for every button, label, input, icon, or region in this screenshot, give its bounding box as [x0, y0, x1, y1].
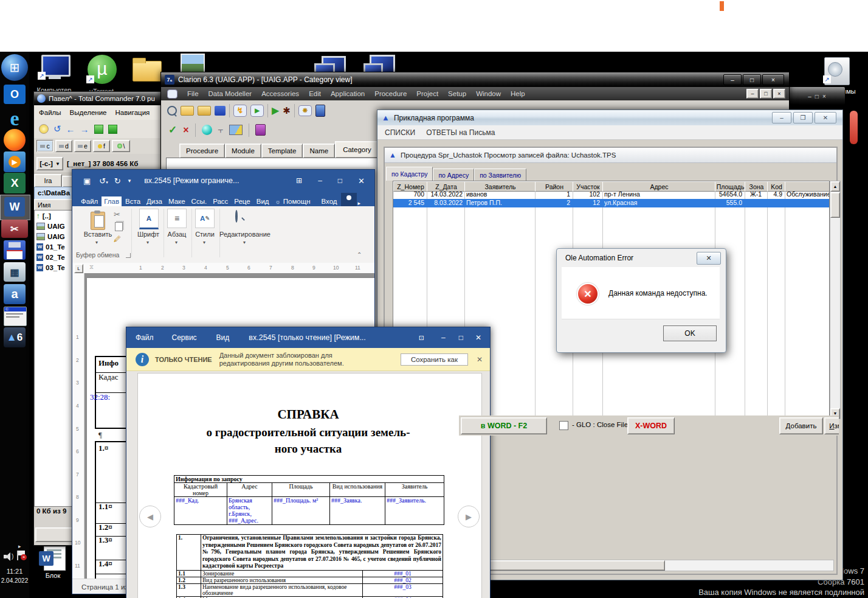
editing-label[interactable]: Редактирование: [217, 231, 273, 238]
copy-icon[interactable]: [115, 222, 123, 231]
save-icon[interactable]: ▣: [83, 176, 91, 186]
tc-menu-files[interactable]: Файлы: [39, 109, 61, 116]
clarion-taskbar-icon[interactable]: ▲6: [4, 327, 26, 347]
scroll-thumb[interactable]: [830, 192, 840, 218]
clarion-tab-module[interactable]: Module: [225, 144, 261, 158]
minimize-button[interactable]: –: [441, 333, 446, 342]
save-icon[interactable]: [215, 106, 226, 116]
tc-tab-ira[interactable]: Ira: [34, 174, 62, 187]
speaker-icon[interactable]: ): [4, 552, 16, 561]
tray-clock[interactable]: 11:21: [0, 568, 29, 575]
x-word-button[interactable]: X-WORD: [627, 417, 675, 434]
wf-page[interactable]: СПРАВКА о градостроительной ситуации зем…: [137, 373, 482, 598]
ok-button[interactable]: OK: [663, 325, 717, 341]
close-button[interactable]: ✕: [475, 333, 481, 342]
internet-explorer-icon[interactable]: e: [4, 108, 26, 130]
wf-titlebar[interactable]: Файл Сервис Вид вх.2545 [только чтение] …: [126, 327, 490, 348]
media-player-icon[interactable]: ▶: [4, 151, 26, 172]
collapse-ribbon-icon[interactable]: ⌃: [357, 251, 362, 258]
cube-icon[interactable]: [108, 125, 117, 134]
a-app-icon[interactable]: a: [4, 284, 26, 304]
find-icon[interactable]: [235, 211, 238, 222]
app-titlebar[interactable]: ▲ Прикладная программа – ❐ ✕: [377, 110, 842, 126]
desktop-icon-utorrent[interactable]: µ ↗: [86, 55, 118, 86]
clarion-menu-accessories[interactable]: Accessories: [261, 90, 299, 97]
tc-titlebar[interactable]: Павел^ - Total Commander 7.0 pu: [34, 92, 163, 105]
cut-icon[interactable]: ✂: [114, 210, 120, 219]
globe-icon[interactable]: [202, 125, 212, 135]
clarion-menu-edit[interactable]: Edit: [309, 90, 321, 97]
clarion-menu-procedure[interactable]: Procedure: [374, 90, 407, 97]
desktop-icon-blok[interactable]: W: [39, 546, 66, 571]
desktop-icon-folder[interactable]: [133, 57, 160, 82]
table-row-selected[interactable]: 2 545 8.03.2022 Петров П.П. 2 12 ул.Крас…: [393, 199, 829, 207]
close-bar-icon[interactable]: ✕: [477, 355, 483, 364]
refresh-icon[interactable]: ↺: [53, 123, 61, 134]
mdi-restore-button[interactable]: □: [760, 89, 772, 99]
styles-label[interactable]: Стили: [189, 231, 221, 238]
maximize-button[interactable]: □: [338, 176, 342, 185]
ribbon-display-icon[interactable]: ⊡: [419, 334, 424, 342]
app-child-titlebar[interactable]: ▲ Процедура Spr_Uchastok Просмотр записе…: [385, 148, 836, 163]
lightbulb-icon[interactable]: [39, 124, 49, 134]
window-gear-icon[interactable]: ❋: [298, 105, 312, 116]
app-menu-lists[interactable]: СПИСКИ: [385, 128, 415, 137]
dialog-launcher-icon[interactable]: [126, 253, 131, 258]
run-icon[interactable]: ▶: [272, 105, 279, 116]
outlook-icon[interactable]: O: [4, 85, 26, 104]
glo-checkbox[interactable]: [559, 421, 568, 430]
tab-help[interactable]: ☼Помощн: [273, 196, 313, 206]
calculator-icon[interactable]: ▦: [4, 262, 26, 282]
desktop-icon-programs[interactable]: ↗: [822, 56, 853, 86]
drive-combo[interactable]: [-c-]▼: [36, 157, 63, 170]
picture-icon[interactable]: [229, 125, 243, 135]
drive-button-c[interactable]: c: [36, 140, 53, 152]
clarion-tab-category[interactable]: Category: [335, 141, 379, 158]
paragraph-label[interactable]: Абзац: [161, 231, 193, 238]
clarion-tab-template[interactable]: Template: [261, 144, 303, 158]
tab-by-applicant[interactable]: по Заявителю: [474, 169, 526, 181]
action-center-flag-icon[interactable]: ×: [16, 551, 27, 561]
paste-icon[interactable]: [89, 210, 106, 230]
drive-button-root[interactable]: \: [112, 140, 130, 152]
close-button[interactable]: ✕: [815, 112, 836, 123]
minimize-button[interactable]: –: [723, 74, 742, 85]
wb-v-ruler[interactable]: 12 34 56 78 910 11: [72, 273, 84, 579]
indent-marker-icon[interactable]: ⧖: [89, 263, 94, 271]
redo-icon[interactable]: ↻: [114, 176, 121, 186]
firefox-icon[interactable]: [4, 129, 26, 151]
run-box-icon[interactable]: ▶: [250, 105, 264, 117]
sign-in[interactable]: Вход: [319, 196, 340, 206]
tab-insert[interactable]: Вста: [123, 196, 143, 206]
floppy-app-icon[interactable]: [4, 240, 26, 260]
drive-button-f[interactable]: f: [93, 140, 110, 152]
clarion-menu-setup[interactable]: Setup: [448, 90, 466, 97]
drive-button-e[interactable]: e: [74, 140, 91, 152]
tab-mailings[interactable]: Расс: [210, 196, 230, 206]
desktop-icon-computer[interactable]: ↗: [36, 54, 72, 85]
wf-menu-view[interactable]: Вид: [216, 333, 230, 342]
table-row[interactable]: 700 14.03.2022 иванов 1 102 пр-т Ленина …: [393, 190, 829, 199]
minimize-button[interactable]: –: [772, 112, 791, 123]
font-icon[interactable]: A: [139, 209, 159, 229]
clarion-titlebar[interactable]: 7₆ Clarion 6.3 (UAIG.APP) - [UAIG.APP - …: [161, 72, 789, 87]
ribbon-display-icon[interactable]: ⊞: [296, 176, 302, 185]
start-button[interactable]: ⊞: [1, 54, 28, 81]
wb-h-ruler[interactable]: L 12 34 56 78 910 11 ⧖: [72, 263, 374, 274]
clarion-menu-project[interactable]: Project: [416, 90, 438, 97]
forward-arrow-icon[interactable]: →: [80, 124, 89, 134]
maximize-button[interactable]: □: [743, 74, 761, 85]
tab-overflow-icon[interactable]: ▸: [358, 200, 361, 206]
mdi-minimize-button[interactable]: –: [746, 89, 759, 99]
tab-review[interactable]: Реце: [232, 196, 252, 206]
view-icon[interactable]: [167, 106, 177, 116]
edit-button[interactable]: Изм: [824, 417, 839, 434]
close-button[interactable]: ✕: [697, 252, 721, 265]
save-as-button[interactable]: Сохранить как: [401, 353, 468, 366]
clarion-tab-procedure[interactable]: Procedure: [179, 144, 225, 158]
clarion-menu-datamodeller[interactable]: Data Modeller: [208, 90, 252, 97]
tab-layout[interactable]: Маке: [166, 196, 188, 206]
folder-icon[interactable]: [198, 106, 211, 116]
tray-date[interactable]: 2.04.2022: [0, 577, 30, 584]
tab-references[interactable]: Ссы.: [189, 196, 210, 206]
